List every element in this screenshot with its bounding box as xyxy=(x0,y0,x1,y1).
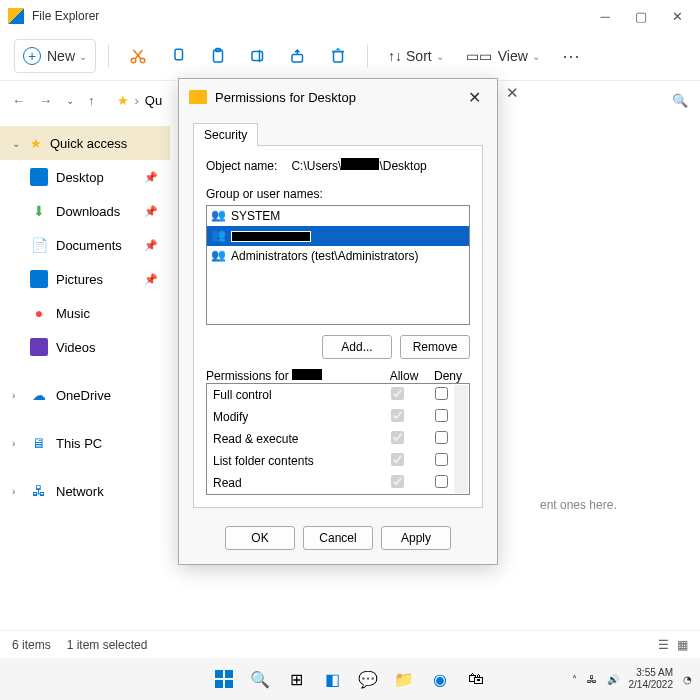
pin-icon: 📌 xyxy=(144,171,158,184)
security-tab[interactable]: Security xyxy=(193,123,258,146)
window-titlebar: File Explorer ─ ▢ ✕ xyxy=(0,0,700,32)
sidebar-onedrive[interactable]: ›☁OneDrive xyxy=(0,378,170,412)
redacted-text xyxy=(231,231,311,242)
notifications-button[interactable]: ◔ xyxy=(683,674,692,685)
widgets-button[interactable]: ◧ xyxy=(319,666,345,692)
ok-button[interactable]: OK xyxy=(225,526,295,550)
allow-checkbox[interactable] xyxy=(391,387,404,400)
allow-checkbox[interactable] xyxy=(391,409,404,422)
more-button[interactable]: ⋯ xyxy=(554,39,588,73)
statusbar: 6 items 1 item selected ☰ ▦ xyxy=(0,630,700,658)
deny-checkbox[interactable] xyxy=(435,409,448,422)
clock[interactable]: 3:55 AM 2/14/2022 xyxy=(629,667,674,691)
new-button[interactable]: + New ⌄ xyxy=(14,39,96,73)
copy-button[interactable] xyxy=(161,39,195,73)
sort-button[interactable]: ↑↓Sort ⌄ xyxy=(380,39,452,73)
edge-taskbar[interactable]: ◉ xyxy=(427,666,453,692)
details-view-button[interactable]: ☰ xyxy=(658,638,669,652)
thumbnails-view-button[interactable]: ▦ xyxy=(677,638,688,652)
svg-rect-5 xyxy=(252,52,263,61)
sidebar: ⌄ ★ Quick access Desktop📌 ⬇Downloads📌 📄D… xyxy=(0,120,170,630)
view-button[interactable]: ▭▭View ⌄ xyxy=(458,39,548,73)
toolbar: + New ⌄ ↑↓Sort ⌄ ▭▭View ⌄ ⋯ xyxy=(0,32,700,80)
redacted-text xyxy=(292,369,322,380)
cut-button[interactable] xyxy=(121,39,155,73)
deny-checkbox[interactable] xyxy=(435,387,448,400)
chevron-down-icon: ⌄ xyxy=(532,51,540,62)
selection-count: 1 item selected xyxy=(67,638,148,652)
allow-checkbox[interactable] xyxy=(391,453,404,466)
chevron-down-icon[interactable]: ⌄ xyxy=(66,95,74,106)
cancel-button[interactable]: Cancel xyxy=(303,526,373,550)
sidebar-documents[interactable]: 📄Documents📌 xyxy=(0,228,170,262)
svg-rect-8 xyxy=(215,670,223,678)
plus-icon: + xyxy=(23,47,41,65)
forward-button[interactable]: → xyxy=(39,93,52,108)
pc-icon: 🖥 xyxy=(30,434,48,452)
search-taskbar[interactable]: 🔍 xyxy=(247,666,273,692)
sidebar-network[interactable]: ›🖧Network xyxy=(0,474,170,508)
music-icon: ● xyxy=(30,304,48,322)
perm-read: Read xyxy=(207,472,469,494)
sidebar-music[interactable]: ●Music xyxy=(0,296,170,330)
search-button[interactable]: 🔍 xyxy=(672,93,688,108)
svg-rect-2 xyxy=(175,49,183,60)
chevron-down-icon: ⌄ xyxy=(12,138,22,149)
user-selected[interactable] xyxy=(207,226,469,246)
share-button[interactable] xyxy=(281,39,315,73)
delete-button[interactable] xyxy=(321,39,355,73)
user-administrators[interactable]: Administrators (test\Administrators) xyxy=(207,246,469,266)
chat-button[interactable]: 💬 xyxy=(355,666,381,692)
tray-chevron[interactable]: ˄ xyxy=(572,674,577,685)
remove-button[interactable]: Remove xyxy=(400,335,470,359)
sidebar-thispc[interactable]: ›🖥This PC xyxy=(0,426,170,460)
deny-checkbox[interactable] xyxy=(435,475,448,488)
explorer-taskbar[interactable]: 📁 xyxy=(391,666,417,692)
user-list[interactable]: SYSTEM Administrators (test\Administrato… xyxy=(206,205,470,325)
sidebar-desktop[interactable]: Desktop📌 xyxy=(0,160,170,194)
perm-list-folder: List folder contents xyxy=(207,450,469,472)
store-taskbar[interactable]: 🛍 xyxy=(463,666,489,692)
svg-rect-10 xyxy=(215,680,223,688)
allow-checkbox[interactable] xyxy=(391,475,404,488)
rename-button[interactable] xyxy=(241,39,275,73)
start-button[interactable] xyxy=(211,666,237,692)
sidebar-downloads[interactable]: ⬇Downloads📌 xyxy=(0,194,170,228)
sidebar-pictures[interactable]: Pictures📌 xyxy=(0,262,170,296)
users-icon xyxy=(211,248,227,264)
taskview-button[interactable]: ⊞ xyxy=(283,666,309,692)
object-name-row: Object name: C:\Users\\Desktop xyxy=(206,158,470,173)
pin-icon: 📌 xyxy=(144,205,158,218)
deny-checkbox[interactable] xyxy=(435,453,448,466)
allow-checkbox[interactable] xyxy=(391,431,404,444)
divider xyxy=(108,44,109,68)
cloud-icon: ☁ xyxy=(30,386,48,404)
deny-checkbox[interactable] xyxy=(435,431,448,444)
chevron-right-icon: › xyxy=(12,390,22,401)
back-button[interactable]: ← xyxy=(12,93,25,108)
add-button[interactable]: Add... xyxy=(322,335,392,359)
dialog-close-button[interactable]: ✕ xyxy=(462,88,487,107)
taskbar: 🔍 ⊞ ◧ 💬 📁 ◉ 🛍 ˄ 🖧 🔊 3:55 AM 2/14/2022 ◔ xyxy=(0,658,700,700)
up-button[interactable]: ↑ xyxy=(88,93,95,108)
close-button[interactable]: ✕ xyxy=(670,9,684,23)
sidebar-videos[interactable]: Videos xyxy=(0,330,170,364)
minimize-button[interactable]: ─ xyxy=(598,9,612,23)
network-tray-icon[interactable]: 🖧 xyxy=(587,674,597,685)
scrollbar[interactable] xyxy=(454,385,468,493)
paste-button[interactable] xyxy=(201,39,235,73)
maximize-button[interactable]: ▢ xyxy=(634,9,648,23)
redacted-text xyxy=(341,158,379,170)
svg-rect-11 xyxy=(225,680,233,688)
apply-button[interactable]: Apply xyxy=(381,526,451,550)
permissions-list: Full control Modify Read & execute List … xyxy=(206,383,470,495)
svg-rect-6 xyxy=(292,55,303,63)
video-icon xyxy=(30,338,48,356)
volume-tray-icon[interactable]: 🔊 xyxy=(607,674,619,685)
sidebar-quick-access[interactable]: ⌄ ★ Quick access xyxy=(0,126,170,160)
item-count: 6 items xyxy=(12,638,51,652)
star-icon: ★ xyxy=(30,136,42,151)
divider xyxy=(367,44,368,68)
ghost-close-button[interactable]: ✕ xyxy=(506,84,519,102)
user-system[interactable]: SYSTEM xyxy=(207,206,469,226)
